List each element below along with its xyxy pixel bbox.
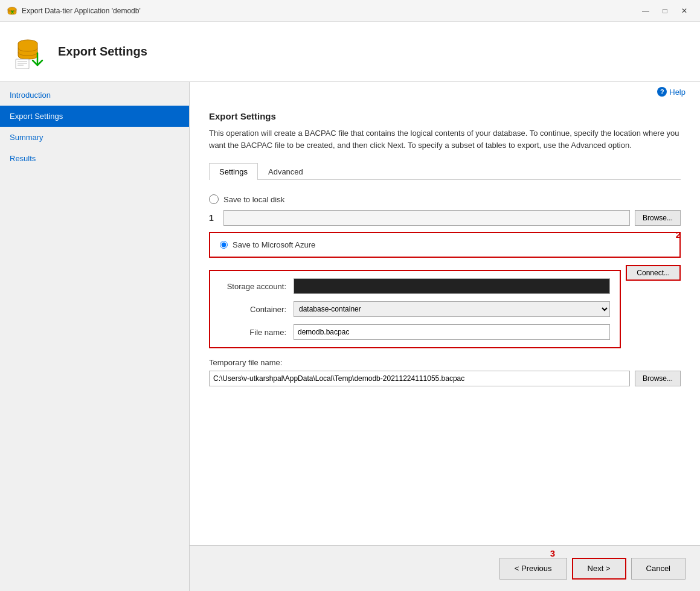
titlebar: Export Data-tier Application 'demodb' — … <box>0 0 700 22</box>
tabs: Settings Advanced <box>209 163 681 180</box>
browse-button-2[interactable]: Browse... <box>635 371 681 386</box>
azure-fields-box: Storage account: Container: database-con… <box>209 270 621 348</box>
sidebar-item-summary[interactable]: Summary <box>0 127 189 148</box>
header: Export Settings <box>0 22 700 82</box>
save-local-label[interactable]: Save to local disk <box>223 195 284 204</box>
main-area: Introduction Export Settings Summary Res… <box>0 82 700 591</box>
temp-section: Temporary file name: Browse... <box>209 358 681 386</box>
restore-button[interactable]: □ <box>657 4 673 18</box>
cancel-button[interactable]: Cancel <box>631 558 686 580</box>
sidebar-item-export-settings[interactable]: Export Settings <box>0 106 189 127</box>
filename-input[interactable] <box>294 324 610 340</box>
filename-label: File name: <box>220 328 286 337</box>
titlebar-controls: — □ ✕ <box>637 4 693 18</box>
storage-account-label: Storage account: <box>220 282 286 291</box>
next-button[interactable]: Next > <box>572 558 626 580</box>
azure-radio-row: Save to Microsoft Azure <box>220 240 670 249</box>
number-1-badge: 1 <box>209 213 219 223</box>
temp-file-input[interactable] <box>209 371 630 386</box>
header-icon <box>14 35 48 69</box>
tab-advanced[interactable]: Advanced <box>258 163 313 180</box>
temp-file-label: Temporary file name: <box>209 358 681 367</box>
storage-account-row: Storage account: <box>220 278 610 294</box>
sidebar-item-introduction[interactable]: Introduction <box>0 85 189 106</box>
previous-button[interactable]: < Previous <box>499 558 567 580</box>
tab-settings[interactable]: Settings <box>209 163 258 180</box>
connect-button[interactable]: Connect... <box>626 265 681 281</box>
save-local-radio[interactable] <box>209 194 219 204</box>
save-local-radio-row: Save to local disk <box>209 194 681 204</box>
sidebar-item-results[interactable]: Results <box>0 148 189 169</box>
content-area: ? Help Export Settings This operation wi… <box>190 82 700 591</box>
local-path-input[interactable] <box>223 210 630 226</box>
container-row: Container: database-container <box>220 301 610 317</box>
browse-button-1[interactable]: Browse... <box>635 210 681 226</box>
help-link[interactable]: ? Help <box>657 87 686 97</box>
export-database-icon <box>14 35 48 69</box>
temp-row: Browse... <box>209 371 681 386</box>
sidebar: Introduction Export Settings Summary Res… <box>0 82 190 591</box>
number-2-badge: 2 <box>676 229 681 240</box>
help-bar: ? Help <box>190 82 700 97</box>
description: This operation will create a BACPAC file… <box>209 127 681 151</box>
number-3-badge: 3 <box>550 548 555 558</box>
titlebar-title: Export Data-tier Application 'demodb' <box>22 7 141 15</box>
app-icon <box>7 6 17 16</box>
minimize-button[interactable]: — <box>637 4 654 18</box>
container-select[interactable]: database-container <box>294 301 610 317</box>
close-button[interactable]: ✕ <box>676 4 693 18</box>
azure-radio-box: Save to Microsoft Azure <box>209 232 681 258</box>
section-title: Export Settings <box>209 111 681 121</box>
container-label: Container: <box>220 305 286 314</box>
local-path-row: 1 Browse... <box>209 210 681 226</box>
storage-account-input[interactable] <box>294 278 610 294</box>
titlebar-left: Export Data-tier Application 'demodb' <box>7 6 141 16</box>
svg-point-0 <box>8 7 16 11</box>
filename-row: File name: <box>220 324 610 340</box>
form-section: Save to local disk 1 Browse... 2 Save to… <box>209 190 681 391</box>
content-inner: Export Settings This operation will crea… <box>190 97 700 545</box>
help-label: Help <box>669 88 686 97</box>
save-azure-label[interactable]: Save to Microsoft Azure <box>233 240 315 249</box>
azure-outer: 2 Save to Microsoft Azure Sto <box>209 232 681 348</box>
help-icon: ? <box>657 87 667 97</box>
save-azure-radio[interactable] <box>220 241 228 249</box>
bottom-bar: 3 < Previous Next > Cancel <box>190 545 700 591</box>
svg-rect-4 <box>16 59 29 69</box>
header-title: Export Settings <box>58 45 147 59</box>
